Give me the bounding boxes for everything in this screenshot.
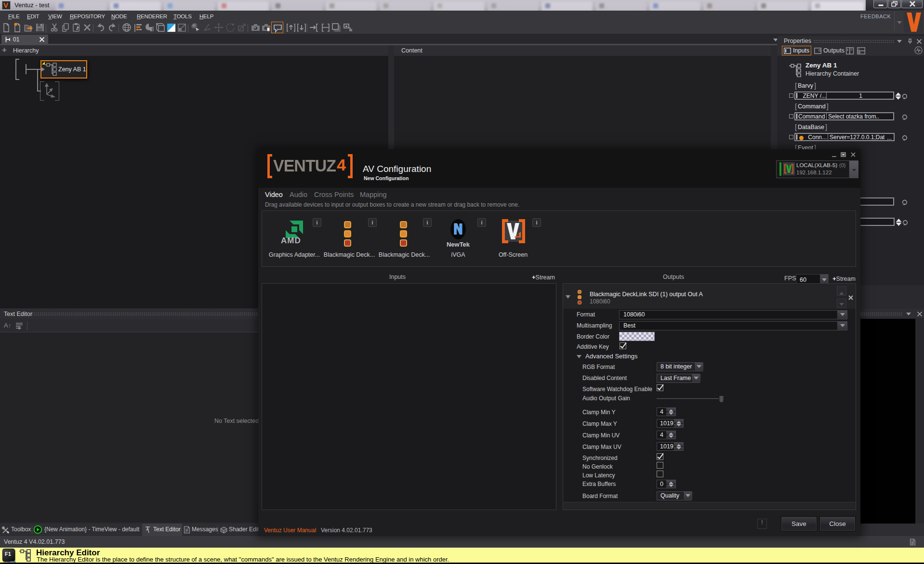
svg-text:0: 0	[851, 48, 853, 51]
svg-text:0: 0	[818, 48, 821, 52]
